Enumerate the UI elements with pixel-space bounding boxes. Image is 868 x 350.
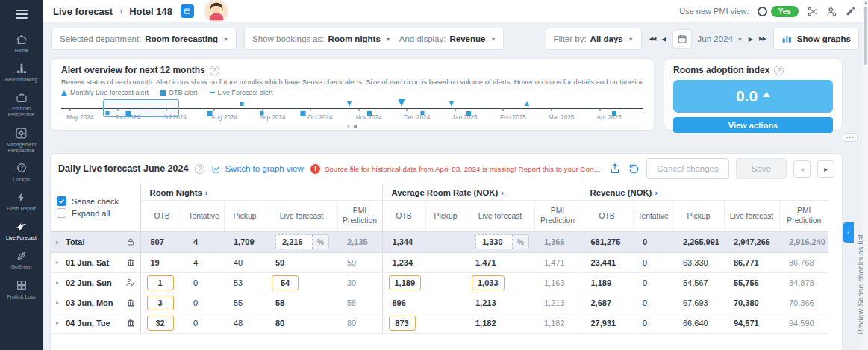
view-actions-button[interactable]: View actions — [673, 117, 833, 133]
sidebar-item-profit-loss[interactable]: Profit & Loss — [0, 275, 43, 304]
sense-check-checkbox[interactable] — [57, 196, 66, 206]
otb-alert-marker[interactable] — [420, 111, 424, 115]
column-group-room-nights[interactable]: Room Nights› — [140, 184, 382, 201]
pmi-view-toggle[interactable]: Yes — [758, 6, 799, 17]
sense-check-flagged-value[interactable]: 1,033 — [472, 275, 505, 290]
sidebar-item-cockpit[interactable]: Cockpit — [0, 157, 43, 187]
expand-caret-icon[interactable]: ▸ — [56, 299, 63, 306]
timeline-month-label[interactable]: Oct 2024 — [307, 114, 332, 121]
timeline-month-label[interactable]: Jan 2025 — [452, 114, 478, 121]
column-group-revenue-nok[interactable]: Revenue (NOK)› — [581, 184, 828, 201]
timeline-month-label[interactable]: Apr 2025 — [597, 114, 622, 121]
cell-otb[interactable]: 1 — [140, 272, 184, 293]
cell-otb[interactable]: 3 — [140, 293, 184, 313]
sense-check-panel-tab[interactable]: ‹ — [843, 222, 854, 243]
sidebar-item-home[interactable]: Home — [0, 28, 43, 57]
month-select[interactable]: Jun 2024 ▼ — [698, 34, 743, 43]
sense-check-flagged-value[interactable]: 1,189 — [389, 275, 422, 290]
otb-alert-marker[interactable] — [260, 111, 264, 115]
otb-alert-marker[interactable] — [207, 111, 212, 116]
forecast-input[interactable]: 1,330 — [475, 234, 513, 249]
forecast-alert-marker[interactable] — [347, 101, 352, 107]
expand-caret-icon[interactable]: ▸ — [56, 279, 63, 286]
otb-alert-marker[interactable] — [466, 111, 471, 116]
timeline-month-label[interactable]: Dec 2024 — [404, 114, 430, 121]
undo-icon[interactable] — [628, 163, 640, 175]
forecast-alert-marker[interactable] — [525, 101, 529, 106]
sense-check-flagged-value[interactable]: 3 — [147, 296, 174, 310]
property-icon[interactable] — [181, 4, 194, 18]
sidebar-item-benchmarking[interactable]: Benchmarking — [0, 57, 43, 87]
save-button[interactable]: Save — [736, 158, 787, 179]
timeline-month-label[interactable]: Mar 2025 — [549, 114, 575, 121]
cancel-changes-button[interactable]: Cancel changes — [646, 158, 728, 179]
scrollbar-thumb[interactable] — [864, 7, 867, 65]
carousel-dot[interactable] — [347, 125, 350, 128]
department-select[interactable]: Selected department: Room forecasting ▼ — [51, 28, 237, 50]
expand-caret-icon[interactable]: ▸ — [56, 259, 63, 266]
sense-check-flagged-value[interactable]: 873 — [389, 316, 416, 331]
percent-button[interactable]: % — [513, 234, 529, 249]
timeline-month-label[interactable]: Sep 2024 — [260, 114, 286, 121]
display-value[interactable]: Revenue — [449, 34, 485, 43]
tools-icon[interactable] — [807, 6, 818, 17]
expand-all[interactable]: Expand all — [57, 208, 134, 218]
bookings-value[interactable]: Room nights — [328, 34, 381, 43]
table-next-page-button[interactable]: ▸ — [817, 160, 834, 178]
otb-alert-marker[interactable] — [240, 102, 243, 106]
switch-graph-view-link[interactable]: Switch to graph view — [211, 164, 303, 174]
prev-month-button[interactable]: ◀ — [661, 36, 666, 43]
expand-caret-icon[interactable]: ▸ — [56, 239, 63, 246]
hamburger-menu-icon[interactable] — [0, 0, 43, 28]
sense-check[interactable]: Sense check — [57, 196, 134, 206]
cell-otb[interactable]: 1,189 — [382, 272, 425, 293]
column-group-average-room-rate-nok[interactable]: Average Room Rate (NOK)› — [382, 184, 581, 201]
timeline-month-label[interactable]: Aug 2024 — [211, 114, 237, 121]
sense-check-flagged-value[interactable]: 32 — [147, 316, 174, 331]
timeline[interactable]: May 2024Jun 2024Jul 2024Aug 2024Sep 2024… — [61, 99, 643, 124]
cell-live-forecast[interactable]: 54 — [266, 272, 337, 293]
adoption-index-box[interactable]: 0.0 — [673, 80, 833, 113]
otb-alert-marker[interactable] — [106, 111, 110, 115]
forecast-input[interactable]: 2,216 — [275, 234, 313, 249]
timeline-month-label[interactable]: May 2024 — [66, 114, 93, 121]
help-icon[interactable]: ? — [195, 164, 204, 174]
forecast-alert-marker[interactable] — [398, 99, 405, 107]
otb-alert-marker[interactable] — [300, 111, 305, 116]
sense-check-flagged-value[interactable]: 1 — [147, 275, 174, 290]
sidebar-item-flash-report[interactable]: Flash Report — [0, 187, 43, 216]
prev-year-button[interactable]: ◀◀ — [649, 36, 656, 42]
export-icon[interactable] — [609, 163, 621, 175]
breadcrumb-page[interactable]: Hotel 148 — [129, 6, 172, 17]
edit-icon[interactable] — [846, 6, 856, 16]
forecast-alert-marker[interactable] — [449, 101, 454, 107]
otb-alert-marker[interactable] — [125, 111, 131, 116]
table-prev-page-button[interactable]: ◂ — [793, 160, 811, 178]
account-settings-icon[interactable] — [826, 6, 837, 17]
cell-live-forecast[interactable]: 1,330% — [466, 231, 534, 252]
show-graphs-button[interactable]: Show graphs — [773, 28, 859, 50]
scrollbar[interactable] — [863, 0, 868, 350]
expand-all-checkbox[interactable] — [57, 208, 66, 218]
carousel-dot[interactable] — [354, 125, 357, 128]
otb-alert-marker[interactable] — [367, 111, 372, 116]
filter-select[interactable]: Filter by: All days ▼ — [546, 28, 642, 50]
cell-otb[interactable]: 873 — [382, 313, 425, 333]
sidebar-item-live-forecast[interactable]: Live Forecast — [0, 216, 43, 245]
sense-check-flagged-value[interactable]: 54 — [272, 275, 299, 290]
sidebar-item-portfolio-perspective[interactable]: Portfolio Perspective — [0, 87, 43, 122]
collapse-panel-handle[interactable]: ••• — [843, 133, 858, 142]
help-icon[interactable]: ? — [774, 66, 784, 75]
next-year-button[interactable]: ▶▶ — [759, 36, 766, 42]
user-avatar[interactable] — [205, 0, 228, 22]
calendar-icon[interactable] — [672, 29, 692, 49]
sidebar-item-management-perspective[interactable]: Management Perspective — [0, 122, 43, 157]
cell-live-forecast[interactable]: 2,216% — [266, 231, 337, 252]
cell-otb[interactable]: 32 — [140, 313, 184, 333]
help-icon[interactable]: ? — [210, 66, 219, 75]
next-month-button[interactable]: ▶ — [749, 36, 753, 43]
expand-caret-icon[interactable]: ▸ — [56, 319, 63, 326]
cell-live-forecast[interactable]: 1,033 — [466, 272, 534, 293]
sidebar-item-gogreen[interactable]: GoGreen — [0, 245, 43, 274]
percent-button[interactable]: % — [313, 234, 329, 249]
